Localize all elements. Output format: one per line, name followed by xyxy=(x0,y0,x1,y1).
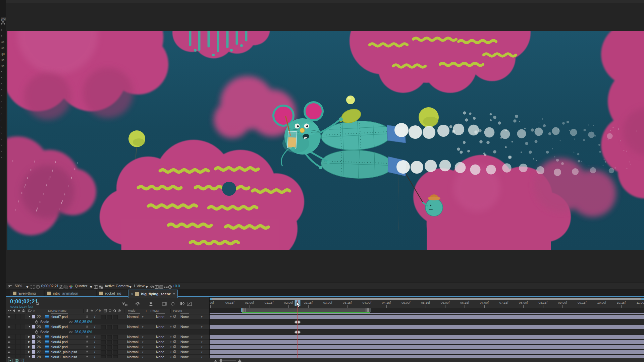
trkmat-dropdown[interactable]: None xyxy=(156,335,164,339)
stopwatch-icon[interactable] xyxy=(35,330,39,334)
camera-dropdown-arrow[interactable]: ▼ xyxy=(128,285,132,289)
property-keyframe-track[interactable] xyxy=(210,319,644,324)
layer-row-22[interactable]: ▼22cloud7.psd/Normal▼None▼@None▼ xyxy=(6,314,209,319)
trkmat-dropdown[interactable]: None xyxy=(156,350,164,354)
parent-pickwhip-icon[interactable]: @ xyxy=(173,350,176,353)
quality-toggle-icon[interactable]: / xyxy=(94,335,95,339)
layer-expand-toggle[interactable]: ▼ xyxy=(28,315,31,318)
blend-mode-dropdown[interactable]: Normal xyxy=(127,335,139,339)
quality-toggle-icon[interactable]: / xyxy=(94,325,95,329)
trkmat-dropdown[interactable]: None xyxy=(156,345,164,349)
layer-label-swatch[interactable] xyxy=(32,315,35,318)
magnification-ratio[interactable]: 50% xyxy=(15,284,22,288)
layer-row-23[interactable]: ▼23cloud5.psd/Normal▼None▼@None▼ xyxy=(6,324,209,329)
constrain-proportions-link-icon[interactable] xyxy=(68,330,73,334)
layer-duration-bar-24[interactable] xyxy=(210,335,644,340)
search-icon[interactable] xyxy=(36,301,40,307)
layer-duration-bar-23[interactable] xyxy=(210,324,644,329)
parent-dropdown[interactable]: None xyxy=(180,350,189,354)
shy-toggle-icon[interactable] xyxy=(86,315,89,318)
layer-name[interactable]: cloud7.psd xyxy=(51,315,68,319)
mode-column[interactable]: Mode xyxy=(128,309,136,312)
property-value[interactable]: 28.0,28.0% xyxy=(74,330,92,334)
resolution-value[interactable]: Quarter xyxy=(75,284,87,288)
layer-expand-toggle[interactable]: ▶ xyxy=(28,336,30,338)
layer-label-swatch[interactable] xyxy=(32,325,35,328)
layer-name[interactable]: cloud5.psd xyxy=(51,325,68,329)
graph-editor-icon[interactable] xyxy=(187,301,192,307)
trkmat-dropdown[interactable]: None xyxy=(156,315,164,319)
parent-pickwhip-icon[interactable]: @ xyxy=(173,345,176,348)
motion-blur-icon[interactable] xyxy=(170,301,175,307)
property-name[interactable]: Scale xyxy=(40,320,49,324)
panel-menu-icon[interactable]: ≡ xyxy=(173,292,175,296)
viewer-timecode[interactable]: 0;00;02;21 xyxy=(41,284,59,288)
expand-transfer-controls-icon[interactable] xyxy=(15,359,19,362)
parent-pickwhip-icon[interactable]: @ xyxy=(173,335,176,338)
layer-row-26[interactable]: ▶26cloud2.psd/Normal▼None▼@None▼ xyxy=(6,345,209,350)
close-tab-icon[interactable]: × xyxy=(131,292,133,296)
view-count-dropdown-arrow[interactable]: ▼ xyxy=(145,285,149,289)
blend-mode-arrow[interactable]: ▼ xyxy=(142,336,144,338)
magnification-dropdown-arrow[interactable]: ▼ xyxy=(25,285,29,289)
frame-blending-icon[interactable] xyxy=(162,301,167,307)
blend-mode-dropdown[interactable]: Normal xyxy=(127,340,139,344)
blend-mode-dropdown[interactable]: Normal xyxy=(127,315,139,319)
project-panel-edge[interactable]: ype ccCcCcQuCcCcccccccccccccccc xyxy=(0,0,6,362)
trkmat-dropdown[interactable]: None xyxy=(156,325,164,329)
shy-toggle-icon[interactable] xyxy=(86,350,89,354)
parent-pickwhip-icon[interactable]: @ xyxy=(173,315,176,318)
blend-mode-arrow[interactable]: ▼ xyxy=(142,341,144,343)
expand-layer-switches-icon[interactable] xyxy=(8,359,12,362)
layer-visibility-eye-icon[interactable] xyxy=(7,336,11,339)
constrain-proportions-link-icon[interactable] xyxy=(68,320,73,323)
work-area-start-handle[interactable] xyxy=(242,308,246,312)
view-layout-camera[interactable]: Active Camera xyxy=(105,284,129,288)
parent-pickwhip-icon[interactable]: @ xyxy=(173,340,176,343)
trkmat-arrow[interactable]: ▼ xyxy=(170,336,172,338)
layer-expand-toggle[interactable]: ▶ xyxy=(28,346,30,348)
layer-visibility-eye-icon[interactable] xyxy=(7,325,11,328)
layer-expand-toggle[interactable]: ▶ xyxy=(28,341,30,343)
parent-column[interactable]: Parent xyxy=(173,309,182,312)
parent-dropdown[interactable]: None xyxy=(180,345,189,349)
property-value[interactable]: 35.0,35.0% xyxy=(74,320,92,324)
exposure-value[interactable]: +0.0 xyxy=(173,284,180,288)
shy-toggle-icon[interactable] xyxy=(86,325,89,328)
work-area-end-handle[interactable] xyxy=(366,308,369,312)
live-update-icon[interactable] xyxy=(180,301,185,307)
parent-arrow[interactable]: ▼ xyxy=(201,346,203,348)
layer-expand-toggle[interactable]: ▼ xyxy=(28,325,31,328)
parent-arrow[interactable]: ▼ xyxy=(201,316,203,318)
property-name[interactable]: Scale xyxy=(40,330,49,334)
layer-duration-bar-26[interactable] xyxy=(210,345,644,350)
trkmat-arrow[interactable]: ▼ xyxy=(170,346,172,348)
trkmat-dropdown[interactable]: None xyxy=(156,340,164,344)
blend-mode-dropdown[interactable]: Normal xyxy=(127,345,139,349)
blend-mode-arrow[interactable]: ▼ xyxy=(142,316,144,318)
parent-arrow[interactable]: ▼ xyxy=(201,336,203,338)
parent-arrow[interactable]: ▼ xyxy=(201,341,203,343)
property-keyframe-track[interactable] xyxy=(210,329,644,335)
quality-toggle-icon[interactable]: / xyxy=(94,345,95,349)
layer-name[interactable]: cloud4.psd xyxy=(51,340,68,344)
parent-pickwhip-icon[interactable]: @ xyxy=(173,325,176,328)
current-timecode[interactable]: 0;00;02;21 xyxy=(10,299,38,305)
stopwatch-icon[interactable] xyxy=(35,320,39,324)
trkmat-arrow[interactable]: ▼ xyxy=(170,341,172,343)
trkmat-arrow[interactable]: ▼ xyxy=(170,316,172,318)
blend-mode-arrow[interactable]: ▼ xyxy=(142,346,144,348)
timeline-tab-intro_animation[interactable]: intro_animation xyxy=(45,290,96,297)
trkmat-arrow[interactable]: ▼ xyxy=(170,326,172,328)
timeline-track-area[interactable]: 0:00f00:15f01:00f01:15f02:00f02:15f03:00… xyxy=(210,297,644,358)
zoom-in-mountain-icon[interactable] xyxy=(237,358,242,362)
layer-row-24[interactable]: ▶24cloud4.psd/Normal▼None▼@None▼ xyxy=(6,335,209,340)
trkmat-column[interactable]: TrkMat xyxy=(150,309,159,312)
layer-duration-bar-25[interactable] xyxy=(210,340,644,345)
timeline-tab-Everything[interactable]: Everything xyxy=(10,290,44,297)
hide-shy-layers-icon[interactable] xyxy=(149,301,153,307)
timeline-tab-rocket_rig[interactable]: rocket_rig xyxy=(97,290,127,297)
trkmat-arrow[interactable]: ▼ xyxy=(170,351,172,353)
parent-dropdown[interactable]: None xyxy=(180,340,189,344)
parent-arrow[interactable]: ▼ xyxy=(201,326,203,328)
